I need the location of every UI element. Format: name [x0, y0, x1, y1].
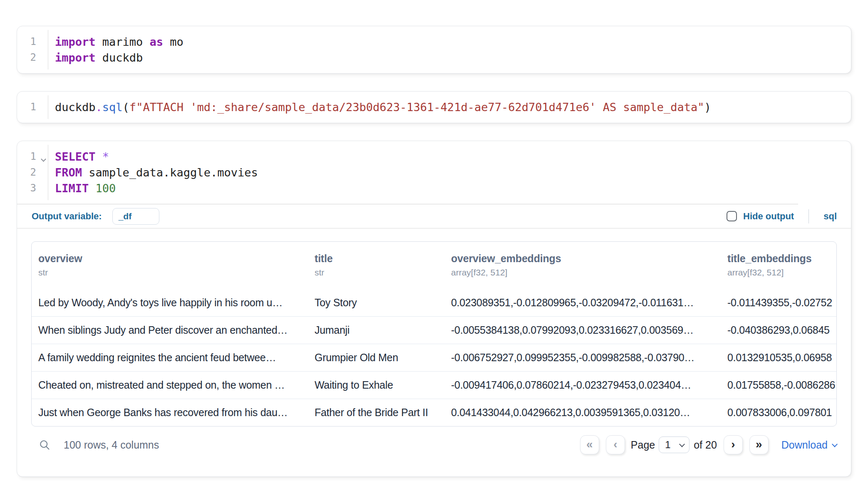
- code-editor[interactable]: 1 import marimo as mo 2 import duckdb: [17, 26, 851, 73]
- code-cell-imports: 1 import marimo as mo 2 import duckdb: [17, 26, 851, 74]
- cell-title-embeddings: 0.0132910535,0.06958: [721, 352, 836, 364]
- table-row: Led by Woody, Andy's toys live happily i…: [32, 289, 836, 316]
- output-variable-label: Output variable:: [32, 211, 102, 222]
- table-row: Cheated on, mistreated and stepped on, t…: [32, 371, 836, 399]
- keyword-token: import: [55, 35, 96, 48]
- code-token: (: [123, 101, 129, 114]
- code-token: duckdb: [96, 51, 143, 64]
- code-token: [96, 150, 102, 163]
- column-type: str: [38, 268, 301, 277]
- cell-title: Grumpier Old Men: [308, 352, 444, 364]
- next-page-button[interactable]: ›: [724, 435, 743, 454]
- table-row: When siblings Judy and Peter discover an…: [32, 316, 836, 344]
- chevron-left-icon: ‹: [613, 439, 617, 450]
- number-token: 100: [96, 182, 116, 195]
- function-token: sql: [102, 101, 123, 114]
- column-type: array[f32, 512]: [451, 268, 714, 277]
- code-text: FROM sample_data.kaggle.movies: [48, 166, 258, 179]
- code-text: duckdb.sql(f"ATTACH 'md:_share/sample_da…: [48, 101, 711, 114]
- column-header-overview[interactable]: overview str: [32, 242, 308, 289]
- cell-overview-embeddings: -0.006752927,0.099952355,-0.009982588,-0…: [444, 352, 721, 364]
- notebook-page: 1 import marimo as mo 2 import duckdb 1 …: [0, 0, 868, 477]
- cell-output: overview str title str overview_embeddin…: [17, 228, 851, 476]
- hide-output-checkbox[interactable]: [727, 211, 737, 221]
- code-token: duckdb: [55, 101, 96, 114]
- output-variable-input[interactable]: _df: [112, 208, 159, 225]
- column-type: array[f32, 512]: [727, 268, 830, 277]
- fold-chevron-icon[interactable]: [41, 156, 46, 162]
- divider: [808, 209, 809, 223]
- code-editor[interactable]: 1 duckdb.sql(f"ATTACH 'md:_share/sample_…: [17, 92, 851, 123]
- code-line: 2 FROM sample_data.kaggle.movies: [17, 164, 851, 180]
- cell-overview: A family wedding reignites the ancient f…: [32, 352, 308, 364]
- sql-cell-footer-right: Hide output sql: [727, 209, 837, 223]
- code-line: 1 SELECT *: [17, 149, 851, 164]
- cell-title: Jumanji: [308, 324, 444, 336]
- cell-overview: When siblings Judy and Peter discover an…: [32, 324, 308, 336]
- dataframe-table: overview str title str overview_embeddin…: [31, 241, 837, 427]
- code-text: import marimo as mo: [48, 35, 184, 48]
- first-page-button[interactable]: «: [580, 435, 599, 454]
- cell-title: Waiting to Exhale: [308, 379, 444, 391]
- code-token: [89, 182, 95, 195]
- line-number: 1: [17, 101, 48, 113]
- string-token: "ATTACH 'md:_share/sample_data/23b0d623-…: [136, 101, 704, 114]
- last-page-button[interactable]: »: [749, 435, 769, 454]
- sql-cell-footer: Output variable: _df Hide output sql: [17, 204, 851, 228]
- page-label: Page: [631, 439, 655, 451]
- hide-output-label[interactable]: Hide output: [743, 211, 794, 222]
- code-line: 1 import marimo as mo: [17, 34, 851, 50]
- line-number: 3: [17, 182, 48, 194]
- code-line: 1 duckdb.sql(f"ATTACH 'md:_share/sample_…: [17, 99, 851, 115]
- cell-overview-embeddings: -0.0055384138,0.07992093,0.023316627,0.0…: [444, 324, 721, 336]
- search-icon: [39, 439, 50, 451]
- line-number: 2: [17, 166, 48, 178]
- keyword-token: FROM: [55, 166, 82, 179]
- operator-token: .: [96, 101, 102, 114]
- language-badge[interactable]: sql: [823, 211, 837, 222]
- row-count-summary: 100 rows, 4 columns: [64, 439, 159, 451]
- chevron-down-icon: [832, 441, 838, 447]
- table-row: Just when George Banks has recovered fro…: [32, 399, 836, 426]
- code-text: SELECT *: [48, 150, 109, 163]
- cell-title-embeddings: 0.007833006,0.097801: [721, 407, 836, 419]
- cell-overview: Led by Woody, Andy's toys live happily i…: [32, 297, 308, 309]
- sql-cell: 1 SELECT * 2 FROM sample_data.kaggle.mov…: [17, 141, 851, 477]
- cell-title: Father of the Bride Part II: [308, 407, 444, 419]
- previous-page-button[interactable]: ‹: [606, 435, 625, 454]
- search-button[interactable]: [38, 438, 51, 451]
- wildcard-token: *: [102, 150, 109, 163]
- keyword-token: as: [150, 35, 164, 48]
- page-select-value: 1: [665, 439, 670, 451]
- code-editor[interactable]: 1 SELECT * 2 FROM sample_data.kaggle.mov…: [17, 141, 851, 204]
- keyword-token: SELECT: [55, 150, 96, 163]
- cell-title: Toy Story: [308, 297, 444, 309]
- keyword-token: import: [55, 51, 96, 64]
- column-header-title-embeddings[interactable]: title_embeddings array[f32, 512]: [721, 242, 836, 289]
- column-header-title[interactable]: title str: [308, 242, 444, 289]
- column-name: overview_embeddings: [451, 253, 714, 264]
- code-cell-attach: 1 duckdb.sql(f"ATTACH 'md:_share/sample_…: [17, 91, 851, 123]
- code-token: sample_data.kaggle.movies: [82, 166, 258, 179]
- code-token: mo: [163, 35, 184, 48]
- line-number: 1: [17, 36, 48, 47]
- column-name: overview: [38, 253, 301, 264]
- double-chevron-left-icon: «: [586, 439, 593, 450]
- double-chevron-right-icon: »: [756, 439, 762, 450]
- code-token: ): [704, 101, 711, 114]
- page-select[interactable]: 1: [659, 436, 689, 453]
- cell-overview-embeddings: 0.041433044,0.042966213,0.0039591365,0.0…: [444, 407, 721, 419]
- cell-title-embeddings: 0.01755858,-0.0086286: [721, 379, 836, 391]
- download-button[interactable]: Download: [781, 439, 837, 451]
- chevron-right-icon: ›: [731, 439, 735, 450]
- column-header-overview-embeddings[interactable]: overview_embeddings array[f32, 512]: [444, 242, 721, 289]
- column-type: str: [315, 268, 438, 277]
- table-footer: 100 rows, 4 columns « ‹ Page 1 of 20 › »…: [31, 430, 837, 460]
- table-footer-left: 100 rows, 4 columns: [31, 438, 159, 451]
- code-line: 3 LIMIT 100: [17, 180, 851, 196]
- table-header-row: overview str title str overview_embeddin…: [32, 242, 836, 289]
- line-number: 1: [17, 151, 48, 162]
- line-number: 2: [17, 52, 48, 63]
- fstring-prefix-token: f: [129, 101, 136, 114]
- table-row: A family wedding reignites the ancient f…: [32, 344, 836, 371]
